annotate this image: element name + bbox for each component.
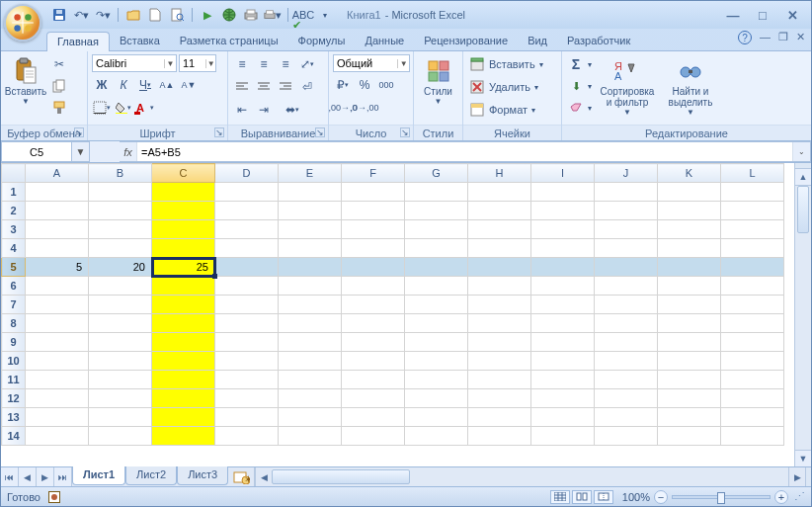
qat-customize-icon[interactable]: ▾ xyxy=(316,6,334,24)
cell[interactable] xyxy=(279,220,342,239)
sheet-nav-first-icon[interactable]: ⏮ xyxy=(1,467,19,486)
cell[interactable] xyxy=(468,239,531,258)
underline-button[interactable]: Ч▾ xyxy=(135,75,155,95)
cell[interactable] xyxy=(658,202,721,220)
cell[interactable] xyxy=(26,427,89,446)
undo-icon[interactable]: ↶▾ xyxy=(72,6,90,24)
font-name-combo[interactable]: ▼ xyxy=(92,54,177,72)
cell[interactable] xyxy=(721,389,784,408)
vscroll-thumb[interactable] xyxy=(797,186,809,233)
cell[interactable] xyxy=(89,277,152,296)
cell[interactable]: 20 xyxy=(89,258,152,277)
cell[interactable] xyxy=(26,277,89,296)
cell[interactable] xyxy=(89,352,152,371)
row-header[interactable]: 10 xyxy=(2,352,26,371)
cells-insert-button[interactable]: Вставить▾ xyxy=(467,54,545,74)
row-header[interactable]: 13 xyxy=(2,408,26,427)
cell[interactable] xyxy=(531,239,595,258)
align-bottom-icon[interactable]: ≡ xyxy=(276,54,295,74)
cell[interactable] xyxy=(468,314,531,333)
cell[interactable] xyxy=(468,427,531,446)
cell[interactable] xyxy=(89,314,152,333)
sheet-nav-last-icon[interactable]: ⏭ xyxy=(54,467,72,486)
cell[interactable] xyxy=(152,371,215,389)
cut-icon[interactable]: ✂ xyxy=(49,54,69,74)
cell[interactable] xyxy=(468,183,531,202)
cell[interactable] xyxy=(595,220,658,239)
office-button[interactable] xyxy=(4,4,41,42)
cell[interactable] xyxy=(595,202,658,220)
sheet-nav-prev-icon[interactable]: ◀ xyxy=(19,467,37,486)
cell[interactable] xyxy=(405,220,468,239)
cell[interactable] xyxy=(405,371,468,389)
cell[interactable] xyxy=(152,352,215,371)
column-header[interactable]: J xyxy=(595,164,658,183)
cell[interactable] xyxy=(342,183,405,202)
zoom-in-button[interactable]: + xyxy=(774,490,788,504)
cell[interactable] xyxy=(342,352,405,371)
grow-font-icon[interactable]: A▲ xyxy=(157,75,177,95)
cell[interactable] xyxy=(279,333,342,352)
cell[interactable] xyxy=(468,202,531,220)
cell[interactable] xyxy=(215,352,279,371)
cell[interactable] xyxy=(721,277,784,296)
cell[interactable] xyxy=(595,239,658,258)
align-right-icon[interactable] xyxy=(276,77,295,97)
cell[interactable] xyxy=(89,183,152,202)
font-launcher[interactable]: ↘ xyxy=(214,127,224,137)
mdi-close-button[interactable]: ✕ xyxy=(796,31,805,44)
new-icon[interactable] xyxy=(146,6,164,24)
cell[interactable] xyxy=(721,408,784,427)
cell[interactable] xyxy=(152,408,215,427)
cell[interactable] xyxy=(658,220,721,239)
cell[interactable] xyxy=(342,371,405,389)
column-header[interactable]: D xyxy=(215,164,279,183)
cell[interactable] xyxy=(721,352,784,371)
cell[interactable] xyxy=(152,333,215,352)
page-layout-view-icon[interactable] xyxy=(572,490,592,504)
select-all-corner[interactable] xyxy=(2,164,26,183)
cells-format-button[interactable]: Формат▾ xyxy=(467,100,537,120)
cell[interactable] xyxy=(152,389,215,408)
cell[interactable]: 5 xyxy=(26,258,89,277)
cell[interactable] xyxy=(342,333,405,352)
cell[interactable] xyxy=(342,239,405,258)
sort-filter-button[interactable]: ЯА Сортировка и фильтр ▼ xyxy=(597,54,658,117)
cell[interactable] xyxy=(89,239,152,258)
autosum-button[interactable]: Σ▾ xyxy=(566,54,594,74)
macro-record-icon[interactable] xyxy=(48,491,60,503)
clipboard-launcher[interactable]: ↘ xyxy=(74,127,84,137)
cell[interactable] xyxy=(26,333,89,352)
cell[interactable] xyxy=(89,202,152,220)
row-header[interactable]: 9 xyxy=(2,333,26,352)
cell[interactable] xyxy=(405,202,468,220)
normal-view-icon[interactable] xyxy=(550,490,570,504)
cell[interactable] xyxy=(26,220,89,239)
row-header[interactable]: 2 xyxy=(2,202,26,220)
cell[interactable] xyxy=(215,314,279,333)
cell[interactable] xyxy=(468,296,531,314)
column-header[interactable]: G xyxy=(405,164,468,183)
quickprint-icon[interactable] xyxy=(242,6,260,24)
wrap-text-icon[interactable]: ⏎ xyxy=(297,77,317,97)
cell[interactable] xyxy=(405,258,468,277)
dec-indent-icon[interactable]: ⇤ xyxy=(232,100,252,120)
cell[interactable] xyxy=(721,239,784,258)
cell[interactable] xyxy=(215,296,279,314)
column-header[interactable]: I xyxy=(531,164,595,183)
cell[interactable] xyxy=(658,389,721,408)
row-header[interactable]: 5 xyxy=(2,258,26,277)
cell[interactable] xyxy=(26,202,89,220)
run-icon[interactable]: ▶ xyxy=(199,6,216,24)
cell[interactable] xyxy=(215,277,279,296)
fx-icon[interactable]: fx xyxy=(120,142,137,161)
cell[interactable] xyxy=(279,239,342,258)
cell[interactable] xyxy=(531,277,595,296)
cell[interactable] xyxy=(658,277,721,296)
help-icon[interactable]: ? xyxy=(738,31,752,44)
cell[interactable] xyxy=(26,183,89,202)
row-header[interactable]: 12 xyxy=(2,389,26,408)
cell[interactable] xyxy=(89,333,152,352)
row-header[interactable]: 14 xyxy=(2,427,26,446)
cell[interactable] xyxy=(658,333,721,352)
